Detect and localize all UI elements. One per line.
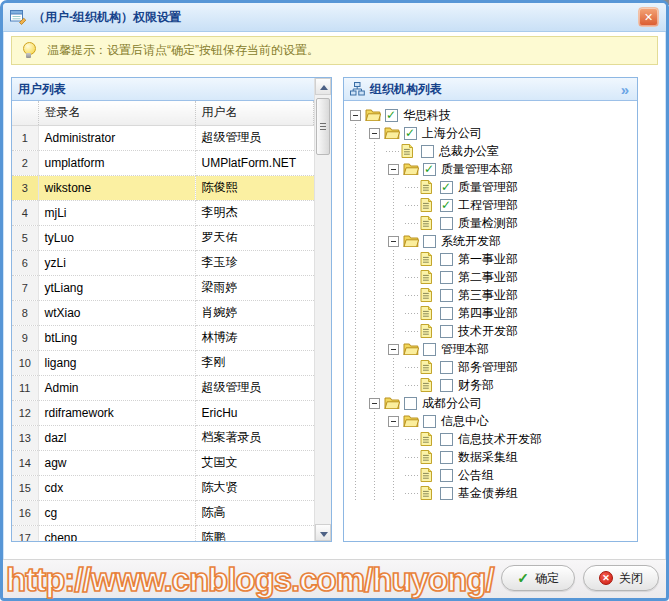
tree-node[interactable]: 上海分公司	[348, 124, 635, 142]
folder-icon	[384, 396, 401, 410]
user-list-header: 用户列表	[12, 78, 314, 101]
tree-connector	[405, 484, 420, 502]
table-row[interactable]: 1 Administrator 超级管理员	[12, 125, 314, 150]
tree-node[interactable]: 工程管理部	[348, 196, 635, 214]
tree-node[interactable]: 成都分公司	[348, 394, 635, 412]
table-row[interactable]: 13 dazl 档案著录员	[12, 425, 314, 450]
tree-node-label: 总裁办公室	[439, 143, 499, 160]
tree-checkbox[interactable]	[440, 307, 453, 320]
tree-indent-line	[386, 286, 405, 304]
tree-node[interactable]: 质量管理本部	[348, 160, 635, 178]
tree-checkbox[interactable]	[404, 127, 417, 140]
username-column-header[interactable]: 用户名	[195, 101, 314, 125]
tree-indent-line	[348, 250, 367, 268]
user-table: 登录名 用户名 1 Administrator 超级管理员 2 umplatfo…	[12, 101, 314, 541]
row-username: 李明杰	[195, 200, 314, 225]
tree-checkbox[interactable]	[440, 325, 453, 338]
tree-checkbox[interactable]	[440, 379, 453, 392]
tree-checkbox[interactable]	[440, 253, 453, 266]
row-username: 档案著录员	[195, 425, 314, 450]
tree-checkbox[interactable]	[440, 361, 453, 374]
collapse-panel-icon[interactable]: »	[621, 82, 631, 97]
tip-text: 温馨提示：设置后请点“确定”按钮保存当前的设置。	[47, 42, 319, 59]
tree-indent-line	[348, 142, 367, 160]
tree-checkbox[interactable]	[423, 343, 436, 356]
scrollbar-thumb[interactable]	[316, 98, 330, 155]
table-row[interactable]: 6 yzLi 李玉珍	[12, 250, 314, 275]
tree-checkbox[interactable]	[440, 433, 453, 446]
table-row[interactable]: 2 umplatform UMPlatForm.NET	[12, 150, 314, 175]
tree-expander-icon[interactable]	[388, 344, 399, 355]
tree-node[interactable]: 部务管理部	[348, 358, 635, 376]
table-row[interactable]: 15 cdx 陈大贤	[12, 475, 314, 500]
tree-checkbox[interactable]	[423, 235, 436, 248]
tree-indent-line	[348, 376, 367, 394]
table-row[interactable]: 4 mjLi 李明杰	[12, 200, 314, 225]
window-close-icon[interactable]: ✕	[638, 7, 659, 27]
tree-node[interactable]: 管理本部	[348, 340, 635, 358]
tree-checkbox[interactable]	[440, 199, 453, 212]
tree-node[interactable]: 公告组	[348, 466, 635, 484]
tree-expander-icon[interactable]	[369, 398, 380, 409]
tree-node[interactable]: 第二事业部	[348, 268, 635, 286]
tree-indent	[348, 178, 405, 196]
tree-node[interactable]: 第三事业部	[348, 286, 635, 304]
tree-indent-line	[367, 376, 386, 394]
tree-expander-icon[interactable]	[388, 164, 399, 175]
tree-node[interactable]: 华思科技	[348, 106, 635, 124]
dialog-titlebar[interactable]: （用户-组织机构）权限设置 ✕	[3, 3, 666, 32]
table-row[interactable]: 16 cg 陈高	[12, 500, 314, 525]
tree-node[interactable]: 技术开发部	[348, 322, 635, 340]
tree-node[interactable]: 质量检测部	[348, 214, 635, 232]
tree-checkbox[interactable]	[440, 469, 453, 482]
tree-node[interactable]: 基金债券组	[348, 484, 635, 502]
tree-checkbox[interactable]	[440, 451, 453, 464]
row-login: umplatform	[38, 150, 195, 175]
scroll-up-icon[interactable]	[315, 78, 331, 95]
tree-node[interactable]: 财务部	[348, 376, 635, 394]
table-row[interactable]: 5 tyLuo 罗天佑	[12, 225, 314, 250]
tree-node[interactable]: 信息中心	[348, 412, 635, 430]
tree-indent-line	[348, 466, 367, 484]
scroll-down-icon[interactable]	[315, 524, 331, 541]
tree-checkbox[interactable]	[440, 181, 453, 194]
tree-indent-line	[367, 304, 386, 322]
tree-checkbox[interactable]	[440, 271, 453, 284]
tree-node[interactable]: 第四事业部	[348, 304, 635, 322]
login-column-header[interactable]: 登录名	[38, 101, 195, 125]
tree-expander-icon[interactable]	[350, 110, 361, 121]
tree-checkbox[interactable]	[440, 217, 453, 230]
table-row[interactable]: 17 chenp 陈鹏	[12, 525, 314, 541]
table-row[interactable]: 14 agw 艾国文	[12, 450, 314, 475]
table-row[interactable]: 8 wtXiao 肖婉婷	[12, 300, 314, 325]
table-row[interactable]: 12 rdiframework EricHu	[12, 400, 314, 425]
ok-button[interactable]: ✓ 确定	[501, 565, 575, 591]
user-list-scrollbar[interactable]	[314, 78, 331, 541]
tree-indent	[348, 142, 386, 160]
tree-checkbox[interactable]	[385, 109, 398, 122]
table-row[interactable]: 10 ligang 李刚	[12, 350, 314, 375]
table-row[interactable]: 7 ytLiang 梁雨婷	[12, 275, 314, 300]
tree-checkbox[interactable]	[440, 289, 453, 302]
tree-node[interactable]: 系统开发部	[348, 232, 635, 250]
tree-node[interactable]: 质量管理部	[348, 178, 635, 196]
close-button[interactable]: ✕ 关闭	[583, 565, 659, 591]
tree-checkbox[interactable]	[440, 487, 453, 500]
tree-node[interactable]: 信息技术开发部	[348, 430, 635, 448]
tree-expander-icon[interactable]	[369, 128, 380, 139]
table-row[interactable]: 11 Admin 超级管理员	[12, 375, 314, 400]
row-number: 6	[12, 250, 38, 275]
tree-expander-icon[interactable]	[388, 236, 399, 247]
tree-connector	[405, 268, 420, 286]
table-row[interactable]: 9 btLing 林博涛	[12, 325, 314, 350]
tree-node[interactable]: 第一事业部	[348, 250, 635, 268]
tree-checkbox[interactable]	[423, 163, 436, 176]
tree-checkbox[interactable]	[423, 415, 436, 428]
tree-node[interactable]: 数据采集组	[348, 448, 635, 466]
tree-node[interactable]: 总裁办公室	[348, 142, 635, 160]
tree-checkbox[interactable]	[421, 145, 434, 158]
user-table-wrap: 登录名 用户名 1 Administrator 超级管理员 2 umplatfo…	[12, 101, 314, 541]
tree-expander-icon[interactable]	[388, 416, 399, 427]
table-row[interactable]: 3 wikstone 陈俊熙	[12, 175, 314, 200]
tree-checkbox[interactable]	[404, 397, 417, 410]
